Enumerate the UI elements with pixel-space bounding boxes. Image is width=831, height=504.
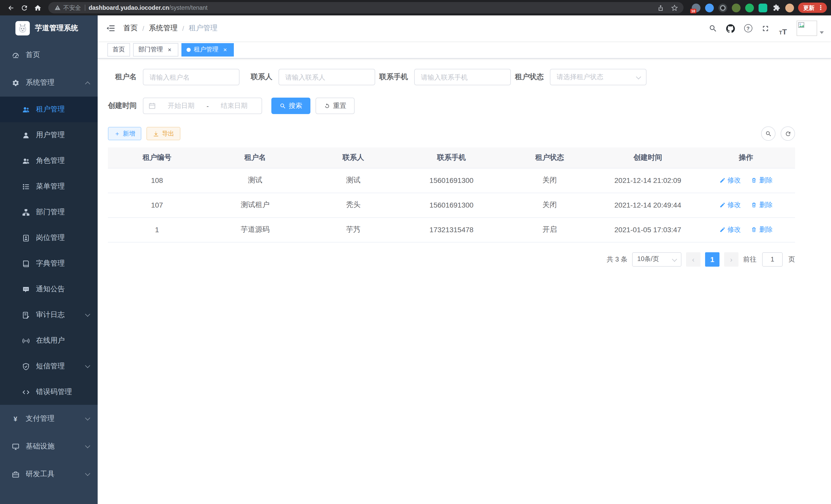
refresh-table-icon[interactable] xyxy=(781,126,795,141)
url-text[interactable]: dashboard.yudao.iocoder.cn/system/tenant xyxy=(89,5,208,11)
profile-avatar-icon[interactable] xyxy=(785,3,794,12)
address-bar[interactable]: 不安全 dashboard.yudao.iocoder.cn/system/te… xyxy=(48,2,684,13)
calendar-icon xyxy=(148,102,156,110)
extension-6-icon[interactable] xyxy=(758,3,767,12)
next-page-button[interactable]: › xyxy=(724,252,739,266)
chevron-down-icon xyxy=(85,312,90,317)
bookmark-star-icon[interactable] xyxy=(669,3,679,13)
chevron-down-icon xyxy=(85,443,90,448)
edit-button[interactable]: 修改 xyxy=(719,176,741,185)
sidebar-item-home[interactable]: 首页 xyxy=(0,41,98,69)
search-icon[interactable] xyxy=(706,21,720,35)
goto-page-input[interactable] xyxy=(762,252,783,266)
github-icon[interactable] xyxy=(724,21,738,35)
sidebar-item-sms[interactable]: 短信管理 xyxy=(0,353,98,379)
share-icon[interactable] xyxy=(655,3,665,13)
phone-input[interactable] xyxy=(414,69,511,85)
broken-image-icon xyxy=(798,22,805,29)
cell-name: 芋道源码 xyxy=(206,217,304,242)
extension-1-icon[interactable]: 10 xyxy=(692,3,700,12)
sidebar-item-dept[interactable]: 部门管理 xyxy=(0,199,98,225)
shield-check-icon xyxy=(22,362,30,370)
font-size-icon[interactable]: TT xyxy=(776,21,790,35)
page-size-value: 10条/页 xyxy=(637,255,659,264)
toggle-search-icon[interactable] xyxy=(761,126,775,141)
security-warning[interactable]: 不安全 xyxy=(55,4,81,11)
delete-button[interactable]: 删除 xyxy=(751,200,773,210)
sidebar-item-online-users[interactable]: 在线用户 xyxy=(0,328,98,353)
extension-3-icon[interactable] xyxy=(718,3,727,12)
extension-4-icon[interactable] xyxy=(732,3,741,12)
field-label: 联系手机 xyxy=(379,72,414,82)
sidebar-logo[interactable]: 芋道管理系统 xyxy=(0,16,98,41)
sidebar-item-user[interactable]: 用户管理 xyxy=(0,122,98,148)
close-icon[interactable]: × xyxy=(222,46,229,53)
tenant-name-input[interactable] xyxy=(143,69,239,85)
sidebar-item-error-code[interactable]: 错误码管理 xyxy=(0,379,98,405)
sidebar-item-label: 支付管理 xyxy=(26,414,55,423)
fullscreen-icon[interactable] xyxy=(758,21,772,35)
sidebar-item-audit-log[interactable]: 审计日志 xyxy=(0,302,98,328)
avatar[interactable] xyxy=(797,21,817,36)
reset-button[interactable]: 重置 xyxy=(316,98,354,114)
extensions-puzzle-icon[interactable] xyxy=(772,3,781,12)
filter-tenant-name: 租户名 xyxy=(108,69,239,85)
back-icon[interactable] xyxy=(4,1,18,14)
col-phone: 联系手机 xyxy=(402,147,500,168)
sidebar-item-system[interactable]: 系统管理 xyxy=(0,69,98,97)
page-number-1[interactable]: 1 xyxy=(705,252,719,266)
download-icon xyxy=(153,130,159,137)
filter-row-1: 租户名 联系人 联系手机 租户状态 请选择租户状态 xyxy=(108,69,795,85)
export-button[interactable]: 导出 xyxy=(146,127,180,140)
chevron-down-icon xyxy=(85,363,90,368)
sidebar-item-payment[interactable]: ¥ 支付管理 xyxy=(0,405,98,433)
page-size-select[interactable]: 10条/页 xyxy=(632,252,682,266)
col-tenant-id: 租户编号 xyxy=(108,147,206,168)
user-menu[interactable] xyxy=(797,21,824,36)
search-button[interactable]: 搜索 xyxy=(271,98,310,114)
sidebar-item-post[interactable]: 岗位管理 xyxy=(0,225,98,251)
date-separator: - xyxy=(207,102,209,110)
sidebar-item-infrastructure[interactable]: 基础设施 xyxy=(0,433,98,460)
kebab-menu-icon[interactable]: ⋮ xyxy=(816,4,824,11)
extension-2-icon[interactable] xyxy=(705,3,714,12)
sidebar-item-devtools[interactable]: 研发工具 xyxy=(0,460,98,488)
sidebar-item-notice[interactable]: 通知公告 xyxy=(0,276,98,302)
sidebar-fold-icon[interactable] xyxy=(98,16,123,41)
status-select[interactable]: 请选择租户状态 xyxy=(550,69,647,85)
col-tenant-name: 租户名 xyxy=(206,147,304,168)
cell-phone: 15601691300 xyxy=(402,168,500,192)
add-button[interactable]: ＋ 新增 xyxy=(108,127,141,140)
yen-icon: ¥ xyxy=(11,415,20,423)
top-navbar: 首页 / 系统管理 / 租户管理 ? TT xyxy=(98,16,831,41)
breadcrumb-system[interactable]: 系统管理 xyxy=(149,24,177,33)
date-range-picker[interactable]: 开始日期 - 结束日期 xyxy=(143,98,262,114)
prev-page-button[interactable]: ‹ xyxy=(686,252,700,266)
tab-home[interactable]: 首页 xyxy=(107,43,130,56)
delete-button[interactable]: 删除 xyxy=(751,176,773,185)
reload-icon[interactable] xyxy=(18,1,31,14)
cell-status: 关闭 xyxy=(500,192,599,217)
users-icon xyxy=(22,157,30,165)
extension-5-icon[interactable] xyxy=(745,3,754,12)
tab-tenant[interactable]: 租户管理 × xyxy=(181,43,234,56)
sidebar-item-label: 审计日志 xyxy=(36,310,65,320)
tab-dept[interactable]: 部门管理 × xyxy=(133,43,178,56)
sidebar-item-dict[interactable]: 字典管理 xyxy=(0,251,98,276)
close-icon[interactable]: × xyxy=(166,46,173,53)
browser-update-button[interactable]: 更新 ⋮ xyxy=(798,3,827,13)
contact-input[interactable] xyxy=(279,69,375,85)
sidebar-item-menu[interactable]: 菜单管理 xyxy=(0,174,98,199)
browser-toolbar: 不安全 dashboard.yudao.iocoder.cn/system/te… xyxy=(0,0,831,16)
edit-button[interactable]: 修改 xyxy=(719,200,741,210)
delete-button[interactable]: 删除 xyxy=(751,225,773,234)
edit-button[interactable]: 修改 xyxy=(719,225,741,234)
filter-row-2: 创建时间 开始日期 - 结束日期 搜索 重置 xyxy=(108,98,795,114)
main-content: 租户名 联系人 联系手机 租户状态 请选择租户状态 创建时间 xyxy=(98,59,831,504)
breadcrumb-home[interactable]: 首页 xyxy=(123,24,138,33)
sidebar-item-role[interactable]: 角色管理 xyxy=(0,148,98,174)
help-icon[interactable]: ? xyxy=(741,21,755,35)
home-icon[interactable] xyxy=(31,1,44,14)
sidebar-item-tenant[interactable]: 租户管理 xyxy=(0,97,98,122)
edit-icon xyxy=(719,202,725,208)
